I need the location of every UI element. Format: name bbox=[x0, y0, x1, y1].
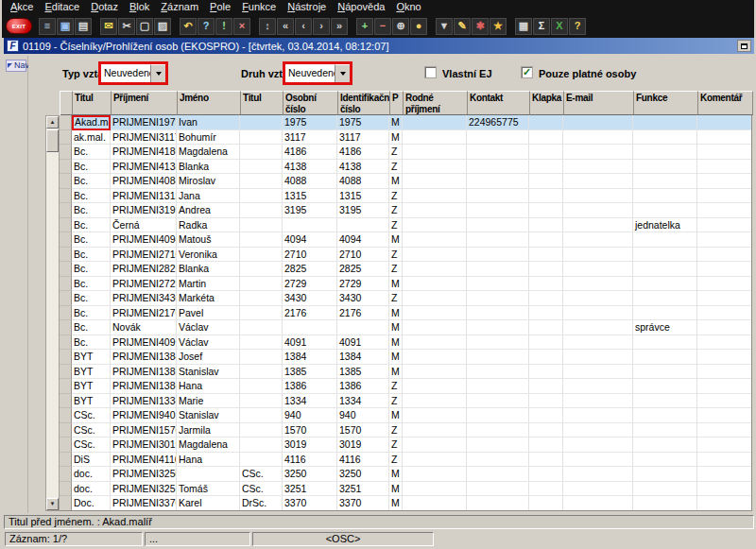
cell[interactable] bbox=[403, 145, 467, 160]
record-selector[interactable] bbox=[60, 145, 72, 160]
cell[interactable] bbox=[467, 320, 529, 335]
cell[interactable]: Černá bbox=[111, 218, 177, 233]
cell[interactable] bbox=[633, 306, 697, 321]
cell[interactable]: Bc. bbox=[72, 160, 111, 175]
cell[interactable] bbox=[563, 408, 633, 423]
cell[interactable] bbox=[403, 437, 467, 453]
cell[interactable]: PRIJMENI1570 bbox=[111, 423, 177, 438]
table-row[interactable]: CSc.PRIJMENI940Stanislav940940M bbox=[60, 408, 751, 423]
cell[interactable] bbox=[240, 203, 283, 218]
cell[interactable]: Martin bbox=[177, 277, 240, 292]
record-selector[interactable] bbox=[60, 379, 72, 394]
cell[interactable] bbox=[697, 365, 752, 380]
menu-item-pole[interactable]: Pole bbox=[204, 0, 236, 14]
cell[interactable]: PRIJMENI3019 bbox=[111, 437, 177, 453]
cell[interactable]: CSc. bbox=[72, 408, 111, 423]
cell[interactable] bbox=[563, 115, 633, 130]
typ-vztahu-dropdown-button[interactable] bbox=[150, 64, 165, 82]
cell[interactable]: 1385 bbox=[283, 365, 337, 380]
cell[interactable] bbox=[697, 291, 752, 306]
cell[interactable] bbox=[467, 189, 529, 204]
record-selector[interactable] bbox=[60, 496, 72, 511]
cell[interactable] bbox=[633, 350, 697, 365]
table-row[interactable]: Bc.PRIJMENI4088Miroslav40884088M bbox=[60, 174, 751, 189]
cell[interactable] bbox=[240, 189, 283, 204]
cell[interactable]: Z bbox=[389, 189, 403, 204]
favorites-icon[interactable]: ★ bbox=[490, 18, 507, 35]
cell[interactable]: M bbox=[389, 277, 403, 292]
cell[interactable] bbox=[240, 423, 283, 438]
cell[interactable] bbox=[529, 365, 563, 380]
cell[interactable] bbox=[697, 248, 752, 263]
record-selector[interactable] bbox=[60, 408, 72, 423]
cell[interactable] bbox=[633, 248, 697, 263]
settings-icon[interactable]: ✱ bbox=[472, 18, 489, 35]
delete-record-icon[interactable]: − bbox=[374, 18, 391, 35]
cell[interactable] bbox=[403, 306, 467, 321]
cell[interactable] bbox=[529, 277, 563, 292]
cell[interactable]: Veronika bbox=[177, 248, 240, 263]
cell[interactable]: M bbox=[389, 115, 403, 130]
cell[interactable]: Miroslav bbox=[177, 174, 240, 189]
sort-icon[interactable]: ↕ bbox=[259, 18, 276, 35]
cell[interactable] bbox=[403, 467, 467, 482]
cell[interactable]: Bohumír bbox=[177, 130, 240, 146]
record-selector[interactable] bbox=[60, 306, 72, 321]
cell[interactable]: 4094 bbox=[337, 232, 389, 248]
record-selector[interactable] bbox=[60, 365, 72, 380]
cell[interactable] bbox=[240, 394, 283, 409]
cell[interactable]: Bc. bbox=[72, 145, 111, 160]
cell[interactable]: Tomáš bbox=[177, 482, 240, 497]
cell[interactable] bbox=[403, 496, 467, 511]
cell[interactable] bbox=[529, 291, 563, 306]
table-row[interactable]: Bc.PRIJMENI3195Andrea31953195Z bbox=[60, 203, 751, 218]
cell[interactable] bbox=[403, 277, 467, 292]
cell[interactable] bbox=[467, 482, 529, 497]
cell[interactable]: PRIJMENI3195 bbox=[111, 203, 177, 218]
record-selector[interactable] bbox=[60, 335, 72, 351]
cell[interactable]: PRIJMENI3251 bbox=[111, 482, 177, 497]
cell[interactable] bbox=[563, 320, 633, 335]
cell[interactable]: DrSc. bbox=[240, 496, 283, 511]
vlastni-ej-checkbox[interactable] bbox=[424, 66, 437, 78]
cell[interactable]: 3370 bbox=[283, 496, 337, 511]
record-selector[interactable] bbox=[60, 189, 72, 204]
cell[interactable]: Z bbox=[389, 203, 403, 218]
scroll-up-button[interactable]: ▲ bbox=[46, 116, 59, 129]
cell[interactable]: 1334 bbox=[337, 394, 389, 409]
cell[interactable]: 1975 bbox=[337, 115, 389, 130]
cell[interactable]: Pavel bbox=[177, 306, 240, 321]
cell[interactable]: 2176 bbox=[337, 306, 389, 321]
cell[interactable] bbox=[633, 437, 697, 453]
cell[interactable]: 2729 bbox=[283, 277, 337, 292]
cell[interactable]: PRIJMENI1334 bbox=[111, 394, 177, 409]
table-row[interactable]: Bc.PRIJMENI4094Matouš40944094M bbox=[60, 232, 751, 248]
record-selector[interactable] bbox=[60, 482, 72, 497]
cell[interactable] bbox=[240, 232, 283, 248]
record-selector[interactable] bbox=[60, 174, 72, 189]
cell[interactable]: 2825 bbox=[337, 262, 389, 277]
cell[interactable]: PRIJMENI1384 bbox=[111, 350, 177, 365]
cell[interactable] bbox=[697, 335, 752, 351]
cell[interactable]: M bbox=[389, 467, 403, 482]
cell[interactable] bbox=[403, 115, 467, 130]
cell[interactable] bbox=[697, 379, 752, 394]
menu-item-funkce[interactable]: Funkce bbox=[236, 0, 282, 14]
table-row[interactable]: Bc.PRIJMENI4138Blanka41384138Z bbox=[60, 160, 751, 175]
menu-item-dotaz[interactable]: Dotaz bbox=[85, 0, 124, 14]
cell[interactable]: Hana bbox=[177, 453, 240, 468]
cell[interactable] bbox=[529, 160, 563, 175]
cell[interactable]: 1385 bbox=[337, 365, 389, 380]
record-selector[interactable] bbox=[60, 115, 72, 130]
cell[interactable] bbox=[633, 130, 697, 146]
cell[interactable]: 3195 bbox=[283, 203, 337, 218]
cell[interactable] bbox=[283, 218, 337, 233]
cell[interactable]: M bbox=[389, 482, 403, 497]
cell[interactable]: PRIJMENI2176 bbox=[111, 306, 177, 321]
cell[interactable] bbox=[633, 232, 697, 248]
record-selector[interactable] bbox=[60, 160, 72, 175]
cell[interactable]: M bbox=[389, 320, 403, 335]
cell[interactable] bbox=[403, 335, 467, 351]
cell[interactable]: 1386 bbox=[337, 379, 389, 394]
cell[interactable] bbox=[697, 145, 752, 160]
